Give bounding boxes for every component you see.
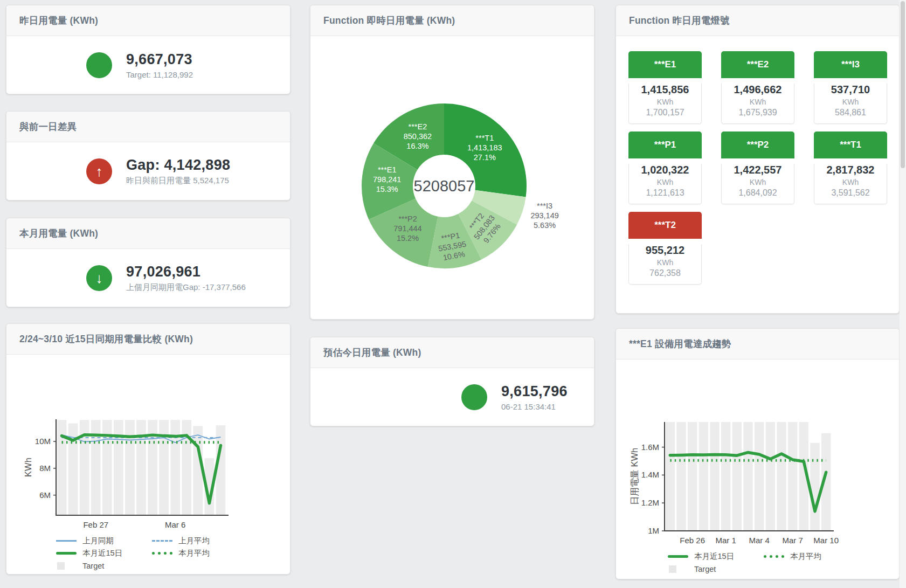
legend-row: Target — [668, 563, 899, 575]
lamp-tile-unit: KWh — [722, 178, 794, 186]
card-header: Function 即時日用電量 (KWh) — [310, 5, 594, 36]
y-tick-label: 1M — [648, 526, 659, 535]
e1-trend-line-chart: 1M1.2M1.4M1.6MFeb 26Mar 1Mar 4Mar 7Mar 1… — [616, 359, 900, 548]
x-tick-label: Mar 10 — [813, 536, 839, 545]
target-bar — [721, 422, 730, 531]
lamp-tile-body: 537,710 KWh 584,861 — [814, 84, 887, 124]
lamp-tile-header: ***T1 — [814, 132, 887, 158]
y-tick-label: 1.6M — [641, 442, 659, 452]
card-title: 本月用電量 (KWh) — [19, 227, 98, 240]
card-title: Function 即時日用電量 (KWh) — [323, 14, 455, 27]
lamp-tile-label: ***E2 — [747, 59, 769, 70]
donut-slice-label: ***I3293,1495.63% — [530, 202, 558, 230]
target-bar — [732, 422, 742, 531]
metric-subtext: 昨日與前日用電量 5,524,175 — [126, 176, 230, 186]
metric-subtext: 06-21 15:34:41 — [501, 402, 568, 411]
lamp-tile-T1: ***T1 2,817,832 KWh 3,591,562 — [814, 132, 887, 204]
lamp-tile-target: 1,684,092 — [722, 188, 794, 198]
lamp-tile-value: 1,422,557 — [722, 164, 794, 176]
lamp-tile-body: 2,817,832 KWh 3,591,562 — [814, 164, 887, 204]
lamp-tile-body: 1,415,856 KWh 1,700,157 — [628, 84, 702, 124]
metric-text: 97,026,961 上個月同期用電Gap: -17,377,566 — [126, 264, 246, 293]
lamp-tile-target: 1,700,157 — [629, 108, 701, 117]
middle-column: Function 即時日用電量 (KWh) ***T11,413,18327.1… — [310, 0, 594, 426]
lamp-tile-body: 1,496,662 KWh 1,675,939 — [721, 84, 794, 124]
status-circle-icon — [86, 52, 112, 78]
y-tick-label: 10M — [35, 437, 51, 446]
lamp-tile-value: 1,496,662 — [722, 84, 794, 96]
lamp-tile-unit: KWh — [629, 98, 701, 106]
legend-label: 本月平均 — [178, 548, 210, 558]
legend-row: 本月近15日本月平均 — [56, 547, 290, 559]
lamp-tile-header: ***T2 — [628, 212, 702, 239]
legend-row: 本月近15日本月平均 — [668, 550, 899, 563]
target-bar — [788, 422, 797, 531]
x-tick-label: Mar 1 — [715, 536, 736, 545]
card-15day-compare-chart: 2/24~3/10 近15日同期用電量比較 (KWh) 6M8M10MFeb 2… — [6, 323, 291, 575]
lamp-tile-target: 3,591,562 — [814, 188, 887, 198]
card-header: 2/24~3/10 近15日同期用電量比較 (KWh) — [6, 324, 290, 355]
lamp-tile-label: ***P1 — [654, 140, 676, 150]
target-bar — [216, 425, 226, 515]
legend-item-target: Target — [56, 562, 152, 570]
card-yesterday-status-lamps: Function 昨日用電燈號 ***E1 1,415,856 KWh 1,70… — [615, 5, 900, 314]
metric-value: Gap: 4,142,898 — [126, 157, 230, 174]
lamp-tile-unit: KWh — [629, 258, 701, 267]
legend-row: Target — [56, 559, 290, 572]
target-bar — [676, 422, 686, 531]
arrow-down-icon: ↓ — [86, 265, 112, 291]
target-bar — [755, 422, 764, 531]
compare-chart-legend: 上月同期上月平均本月近15日本月平均Target — [6, 535, 290, 572]
legend-row: 上月同期上月平均 — [56, 535, 290, 547]
legend-item: 本月平均 — [764, 551, 860, 562]
function-usage-donut-chart: ***T11,413,18327.1%***I3293,1495.63%***T… — [310, 36, 594, 320]
y-tick-label: 1.4M — [641, 470, 659, 479]
target-bar — [170, 420, 180, 515]
trend-chart-legend: 本月近15日本月平均Target — [616, 550, 899, 575]
y-tick-label: 8M — [39, 464, 51, 473]
card-estimated-today-usage: 預估今日用電量 (KWh) 9,615,796 06-21 15:34:41 — [310, 337, 594, 426]
lamp-tile-I3: ***I3 537,710 KWh 584,861 — [814, 51, 887, 124]
target-bar — [136, 420, 146, 515]
x-tick-label: Mar 7 — [782, 536, 803, 545]
donut-center-value: 5208057 — [414, 177, 475, 195]
dashboard-page: { "colors":{ "green":"#2f9e41","red":"#c… — [0, 0, 906, 588]
metric-text: 9,667,073 Target: 11,128,992 — [126, 51, 193, 79]
lamp-tile-header: ***P2 — [721, 132, 794, 158]
scrollbar-thumb[interactable] — [901, 1, 905, 168]
lamp-tile-value: 1,415,856 — [629, 84, 701, 96]
lamp-tile-body: 1,422,557 KWh 1,684,092 — [721, 164, 794, 204]
lamp-tile-label: ***T2 — [654, 220, 676, 231]
lamp-tile-T2: ***T2 955,212 KWh 762,358 — [628, 212, 702, 285]
lamp-tile-body: 955,212 KWh 762,358 — [628, 244, 702, 285]
card-header: 昨日用電量 (KWh) — [6, 5, 290, 36]
card-header: ***E1 設備用電達成趨勢 — [616, 329, 899, 359]
lamp-tile-value: 2,817,832 — [814, 164, 887, 176]
y-axis-label: 日用電量 KWh — [630, 448, 639, 505]
legend-swatch-dash-blue — [152, 540, 172, 542]
legend-swatch-line-blue — [56, 540, 77, 542]
legend-label: 本月近15日 — [694, 551, 734, 562]
lamp-tile-value: 955,212 — [629, 244, 701, 257]
target-bar — [777, 422, 786, 531]
target-bar — [743, 422, 752, 531]
lamp-tile-header: ***P1 — [628, 132, 702, 158]
metric-value: 9,615,796 — [501, 383, 568, 400]
legend-label: 上月平均 — [178, 536, 210, 546]
lamp-tile-P2: ***P2 1,422,557 KWh 1,684,092 — [721, 132, 794, 204]
lamp-tile-unit: KWh — [722, 98, 794, 106]
lamp-tile-target: 1,121,613 — [629, 188, 701, 198]
legend-swatch-line-green-thick — [56, 552, 77, 555]
legend-label: Target — [694, 565, 716, 573]
lamp-tile-value: 537,710 — [814, 84, 887, 96]
card-e1-trend-chart: ***E1 設備用電達成趨勢 1M1.2M1.4M1.6MFeb 26Mar 1… — [615, 328, 900, 579]
lamp-tile-unit: KWh — [629, 178, 701, 186]
metric-value: 97,026,961 — [126, 264, 246, 280]
left-column: 昨日用電量 (KWh) 9,667,073 Target: 11,128,992… — [6, 0, 291, 575]
x-tick-label: Feb 26 — [680, 536, 705, 545]
card-header: Function 昨日用電燈號 — [616, 5, 899, 36]
lamp-tile-unit: KWh — [814, 178, 887, 186]
lamp-tile-label: ***T1 — [840, 140, 861, 150]
metric-body: 9,615,796 06-21 15:34:41 — [310, 368, 594, 426]
metric-text: 9,615,796 06-21 15:34:41 — [501, 383, 568, 411]
